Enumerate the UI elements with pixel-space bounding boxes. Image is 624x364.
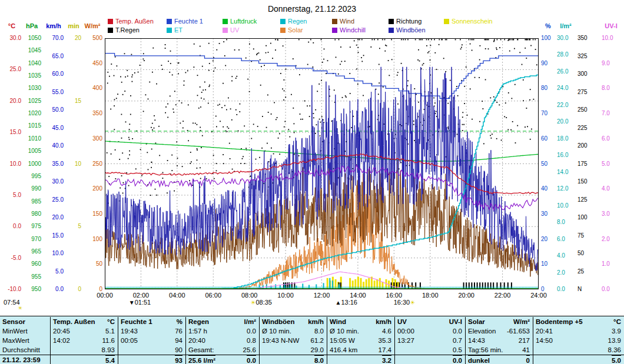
axis-tick-dir: 100 [577, 215, 593, 221]
cell-value: 0.0 [247, 355, 256, 364]
sun-icon: ☀ [410, 299, 415, 306]
axis-tick-lm2: 8.0 [557, 219, 575, 225]
axis-tick-kmh: 5.0 [44, 269, 64, 275]
table-cell: 3.2 [327, 355, 394, 364]
axis-tick-wm2: 300 [82, 136, 102, 142]
axis-tick-uvi: 4.0 [602, 186, 620, 192]
event-time: 13:16 [341, 299, 357, 306]
cell-sublabel: 20:40 [188, 336, 205, 345]
stats-table: SensorTemp. Außen°CFeuchte 1%Regenl/m²Wi… [0, 316, 624, 364]
cell-sublabel: 14:02 [53, 336, 70, 345]
cell-value: 5.1 [105, 326, 115, 336]
axis-tick-wm2: 100 [82, 236, 102, 242]
legend-item-regen: Regen [280, 18, 332, 25]
cell-value: 17.4 [379, 345, 391, 355]
axis-tick-pct: 70 [541, 111, 555, 116]
table-cell: Ø 10 min.8.0 [259, 326, 327, 336]
axis-tick-hpa: 1035 [22, 73, 41, 79]
axis-tick-temp: 15.0 [2, 129, 21, 135]
axis-tick-temp: 20.0 [2, 98, 21, 104]
legend-swatch-regen [280, 19, 286, 24]
axis-tick-dir: 75 [577, 233, 593, 239]
table-cell: 8.0 [259, 355, 327, 364]
cell-sublabel: 15:05 W [330, 336, 355, 345]
axis-tick-uvi: 2.0 [602, 236, 620, 242]
cell-sublabel: 416.4 km [330, 345, 357, 355]
axis-tick-hpa: 1005 [22, 148, 41, 154]
legend-label-solar: Solar [288, 26, 303, 34]
table-cell: 90 [118, 345, 185, 355]
table-cell: 14:0211.6 [50, 336, 118, 345]
cell-value: 0.0 [453, 326, 462, 336]
sensor-unit: °C [613, 317, 621, 326]
axis-title-lm2: l/m² [557, 22, 575, 29]
table-row-label: Sensor [0, 317, 50, 326]
axis-tick-kmh: 40.0 [44, 143, 64, 149]
table-header-feuchte-1: Feuchte 1% [118, 317, 185, 326]
x-axis-tick: 02:00 [129, 292, 152, 299]
legend-label-windboeen: Windböen [396, 26, 426, 34]
table-row-label: 21.12. 23:59 [0, 355, 50, 364]
axis-tick-min: 5 [66, 223, 81, 229]
axis-tick-uvi: 1.0 [602, 261, 620, 267]
axis-tick-lm2: 30.0 [557, 35, 575, 41]
x-axis-tick: 10:00 [274, 292, 297, 299]
table-cell: 15:05 W35.3 [327, 336, 394, 345]
x-axis-tick: 20:00 [454, 292, 478, 299]
axis-title-min: min [66, 22, 81, 29]
legend-swatch-et [167, 28, 172, 33]
axis-tick-temp: 30.0 [2, 35, 21, 41]
legend-item-et: ET [167, 26, 223, 34]
axis-tick-temp: 0.0 [2, 223, 21, 229]
table-cell: 00:0594 [118, 336, 185, 345]
table-header-windb-en: Windböenkm/h [259, 317, 327, 326]
axis-tick-temp: 25.0 [2, 66, 21, 72]
cell-value: 11.6 [102, 336, 115, 345]
cell-sublabel: 00:00 [397, 326, 414, 336]
table-cell: Elevation-61.653 [465, 326, 533, 336]
axis-tick-kmh: 0.0 [44, 286, 64, 292]
cell-value: -61.653 [507, 326, 530, 336]
axis-tick-hpa: 1020 [22, 111, 41, 116]
axis-tick-hpa: 965 [22, 249, 41, 255]
axis-tick-pct: 40 [541, 186, 555, 192]
cell-value: 5.4 [105, 355, 115, 364]
cell-value: 8.93 [102, 345, 115, 355]
table-cell: 25.6 l/m²0.0 [185, 355, 259, 364]
event-marker-13-16: ▲13:16 [335, 299, 357, 306]
legend-item-feuchte-1: Feuchte 1 [167, 18, 223, 25]
x-axis-tick: 24:00 [527, 292, 550, 299]
axis-title-uvi: UV-I [602, 22, 620, 29]
legend-label-uv: UV [230, 26, 239, 34]
axis-tick-dir: 225 [577, 125, 593, 131]
axis-tick-temp: -5.0 [2, 255, 21, 261]
legend-label-richtung: Richtung [396, 18, 421, 25]
axis-tick-min: 0 [66, 286, 81, 292]
table-header-regen: Regenl/m² [185, 317, 259, 326]
axis-tick-hpa: 1010 [22, 136, 41, 142]
table-cell: 14:5013.9 [533, 336, 624, 345]
table-cell: 20:400.8 [185, 336, 259, 345]
cell-value: 8.36 [608, 345, 621, 355]
legend-label-luftdruck: Luftdruck [230, 18, 257, 25]
x-axis-tick: 22:00 [491, 292, 515, 299]
axis-tick-dir: 150 [577, 179, 593, 185]
table-header-uv: UVUV-I [394, 317, 465, 326]
legend-item-sonnenschein: Sonnenschein [444, 18, 510, 25]
sensor-name: Feuchte 1 [121, 317, 152, 326]
table-cell: 29.0 [259, 345, 327, 355]
table-cell: 0.5 [394, 345, 465, 355]
axis-tick-pct: 50 [541, 161, 555, 167]
axis-tick-kmh: 30.0 [44, 179, 64, 185]
axis-tick-min: 10 [66, 161, 81, 167]
axis-tick-lm2: 26.0 [557, 69, 575, 75]
cell-sublabel: Ø 10 min. [262, 326, 291, 336]
table-cell: 416.4 km17.4 [327, 345, 394, 355]
sensor-name: Wind [330, 317, 346, 326]
axis-tick-lm2: 24.0 [557, 85, 575, 91]
cell-sublabel: 19:43 [121, 326, 138, 336]
up-triangle-icon: ▲ [335, 299, 341, 306]
table-cell: dunkel0 [465, 355, 533, 364]
legend-item-t-regen: T.Regen [108, 26, 167, 34]
legend-swatch-t-regen [108, 28, 113, 33]
